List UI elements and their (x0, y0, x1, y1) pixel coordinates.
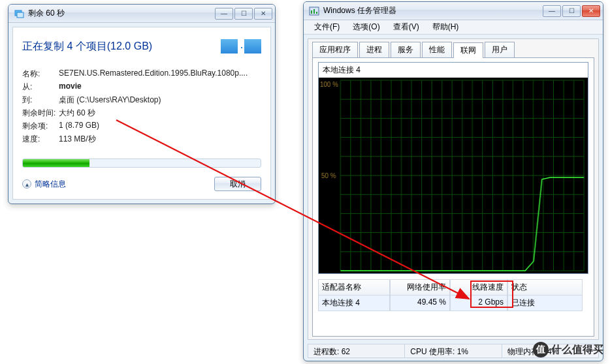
menu-item[interactable]: 查看(V) (387, 20, 426, 34)
progress-bar (22, 159, 261, 168)
tab-bar: 应用程序进程服务性能联网用户 (312, 42, 594, 57)
tab-性能[interactable]: 性能 (422, 42, 452, 57)
menubar: 文件(F)选项(O)查看(V)帮助(H) (304, 20, 603, 35)
cell: 本地连接 4 (318, 296, 390, 311)
value-items-left: 1 (8.79 GB) (59, 121, 261, 132)
label-time-left: 剩余时间: (22, 108, 59, 119)
status-processes: 进程数: 62 (308, 344, 405, 357)
menu-item[interactable]: 帮助(H) (426, 20, 466, 34)
svg-rect-1 (17, 12, 24, 18)
network-usage-graph (319, 78, 588, 273)
col-header[interactable]: 网络使用率 (390, 279, 450, 296)
close-button[interactable]: ✕ (582, 5, 600, 17)
value-to: 桌面 (C:\Users\RAY\Desktop) (59, 95, 261, 106)
copy-app-icon (14, 8, 24, 19)
adapter-table: 适配器名称网络使用率线路速度状态 本地连接 449.45 %2 Gbps已连接 (318, 279, 588, 311)
status-cpu: CPU 使用率: 1% (405, 344, 502, 357)
col-header[interactable]: 线路速度 (450, 279, 507, 296)
svg-rect-5 (316, 12, 317, 14)
watermark-logo-icon: 值 (533, 342, 549, 357)
value-time-left: 大约 60 秒 (59, 108, 261, 119)
task-manager-window: Windows 任务管理器 — ☐ ✕ 文件(F)选项(O)查看(V)帮助(H)… (303, 1, 603, 361)
value-from: movie (59, 82, 261, 93)
watermark-text: 什么值得买 (551, 343, 603, 357)
graph-title: 本地连接 4 (319, 63, 588, 78)
label-to: 到: (22, 95, 59, 106)
titlebar[interactable]: Windows 任务管理器 — ☐ ✕ (304, 2, 603, 20)
titlebar[interactable]: 剩余 60 秒 — ☐ ✕ (8, 5, 275, 23)
svg-rect-3 (311, 10, 312, 14)
tab-联网[interactable]: 联网 (453, 42, 483, 58)
table-row[interactable]: 本地连接 449.45 %2 Gbps已连接 (318, 296, 588, 311)
cell: 已连接 (507, 296, 583, 311)
cell: 49.45 % (390, 296, 450, 311)
copy-header: 正在复制 4 个项目(12.0 GB) (13, 27, 270, 65)
menu-item[interactable]: 选项(O) (346, 20, 386, 34)
cancel-button[interactable]: 取消 (214, 177, 261, 191)
label-items-left: 剩余项: (22, 121, 59, 132)
toggle-details-label: 简略信息 (35, 179, 66, 190)
progress-bar-fill (23, 159, 89, 167)
task-manager-icon (309, 6, 319, 16)
col-header[interactable]: 状态 (507, 279, 583, 296)
network-graph-frame: 本地连接 4 (318, 62, 588, 274)
label-from: 从: (22, 82, 59, 93)
maximize-button[interactable]: ☐ (562, 5, 581, 17)
value-speed: 113 MB/秒 (59, 134, 261, 145)
col-header[interactable]: 适配器名称 (318, 279, 390, 296)
copy-header-text: 正在复制 4 个项目(12.0 GB) (22, 40, 152, 53)
label-name: 名称: (22, 68, 59, 80)
tab-进程[interactable]: 进程 (359, 42, 389, 57)
minimize-button[interactable]: — (215, 8, 233, 20)
copy-progress-window: 剩余 60 秒 — ☐ ✕ 正在复制 4 个项目(12.0 GB) 名称:SE7… (8, 4, 276, 204)
tab-服务[interactable]: 服务 (391, 42, 421, 57)
maximize-button[interactable]: ☐ (234, 8, 253, 20)
toggle-details-button[interactable]: ▴ 简略信息 (22, 179, 66, 190)
minimize-button[interactable]: — (543, 5, 561, 17)
value-name: SE7EN.US.Remastered.Edition.1995.BluRay.… (59, 68, 261, 80)
window-title: Windows 任务管理器 (323, 5, 543, 16)
svg-rect-4 (313, 9, 315, 14)
menu-item[interactable]: 文件(F) (308, 20, 346, 34)
tab-应用程序[interactable]: 应用程序 (312, 42, 358, 57)
label-speed: 速度: (22, 134, 59, 145)
tab-用户[interactable]: 用户 (485, 42, 515, 57)
tab-pane-networking: 本地连接 4 适配器名称网络使用率线路速度状态 本地连接 449.45 %2 G… (312, 57, 594, 337)
close-button[interactable]: ✕ (254, 8, 272, 20)
folder-transfer-icon (221, 35, 261, 57)
chevron-up-icon: ▴ (22, 179, 31, 189)
cell: 2 Gbps (450, 296, 507, 311)
watermark: 值 什么值得买 (533, 342, 603, 357)
window-title: 剩余 60 秒 (28, 8, 215, 19)
